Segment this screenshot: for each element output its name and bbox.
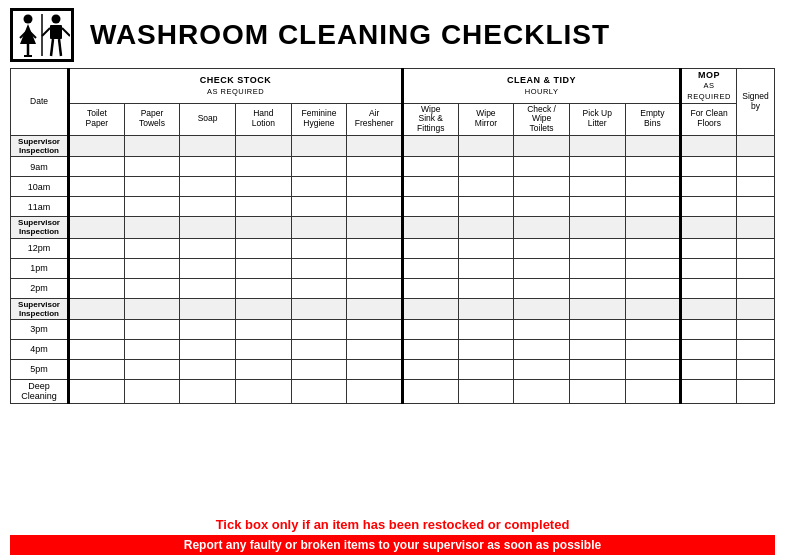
checklist-cell[interactable] [291, 217, 347, 238]
checklist-cell[interactable] [514, 197, 570, 217]
checklist-cell[interactable] [737, 217, 775, 238]
checklist-cell[interactable] [625, 340, 681, 360]
checklist-cell[interactable] [291, 278, 347, 298]
checklist-cell[interactable] [291, 298, 347, 319]
checklist-cell[interactable] [514, 177, 570, 197]
checklist-cell[interactable] [347, 298, 403, 319]
checklist-cell[interactable] [347, 278, 403, 298]
checklist-cell[interactable] [180, 380, 236, 404]
checklist-cell[interactable] [569, 380, 625, 404]
checklist-cell[interactable] [625, 238, 681, 258]
checklist-cell[interactable] [402, 298, 458, 319]
checklist-cell[interactable] [235, 135, 291, 156]
checklist-cell[interactable] [681, 238, 737, 258]
checklist-cell[interactable] [291, 340, 347, 360]
checklist-cell[interactable] [69, 278, 125, 298]
checklist-cell[interactable] [235, 217, 291, 238]
checklist-cell[interactable] [69, 238, 125, 258]
checklist-cell[interactable] [569, 360, 625, 380]
checklist-cell[interactable] [347, 380, 403, 404]
checklist-cell[interactable] [180, 298, 236, 319]
checklist-cell[interactable] [569, 238, 625, 258]
checklist-cell[interactable] [180, 177, 236, 197]
checklist-cell[interactable] [681, 340, 737, 360]
checklist-cell[interactable] [625, 217, 681, 238]
checklist-cell[interactable] [681, 258, 737, 278]
checklist-cell[interactable] [347, 340, 403, 360]
checklist-cell[interactable] [124, 238, 180, 258]
checklist-cell[interactable] [291, 157, 347, 177]
checklist-cell[interactable] [681, 197, 737, 217]
checklist-cell[interactable] [124, 177, 180, 197]
checklist-cell[interactable] [458, 320, 514, 340]
checklist-cell[interactable] [69, 258, 125, 278]
checklist-cell[interactable] [569, 258, 625, 278]
checklist-cell[interactable] [235, 340, 291, 360]
checklist-cell[interactable] [291, 177, 347, 197]
checklist-cell[interactable] [625, 197, 681, 217]
checklist-cell[interactable] [737, 197, 775, 217]
checklist-cell[interactable] [69, 360, 125, 380]
checklist-cell[interactable] [681, 298, 737, 319]
checklist-cell[interactable] [124, 258, 180, 278]
checklist-cell[interactable] [681, 217, 737, 238]
checklist-cell[interactable] [347, 320, 403, 340]
checklist-cell[interactable] [69, 197, 125, 217]
checklist-cell[interactable] [402, 135, 458, 156]
checklist-cell[interactable] [347, 157, 403, 177]
checklist-cell[interactable] [347, 217, 403, 238]
checklist-cell[interactable] [347, 238, 403, 258]
checklist-cell[interactable] [69, 380, 125, 404]
checklist-cell[interactable] [625, 258, 681, 278]
checklist-cell[interactable] [291, 258, 347, 278]
checklist-cell[interactable] [235, 360, 291, 380]
checklist-cell[interactable] [69, 340, 125, 360]
checklist-cell[interactable] [69, 157, 125, 177]
checklist-cell[interactable] [402, 157, 458, 177]
checklist-cell[interactable] [458, 278, 514, 298]
checklist-cell[interactable] [625, 157, 681, 177]
checklist-cell[interactable] [458, 197, 514, 217]
checklist-cell[interactable] [291, 238, 347, 258]
checklist-cell[interactable] [124, 298, 180, 319]
checklist-cell[interactable] [514, 258, 570, 278]
checklist-cell[interactable] [124, 320, 180, 340]
checklist-cell[interactable] [402, 278, 458, 298]
checklist-cell[interactable] [458, 340, 514, 360]
checklist-cell[interactable] [569, 135, 625, 156]
checklist-cell[interactable] [625, 360, 681, 380]
checklist-cell[interactable] [737, 157, 775, 177]
checklist-cell[interactable] [458, 258, 514, 278]
checklist-cell[interactable] [625, 135, 681, 156]
checklist-cell[interactable] [514, 238, 570, 258]
checklist-cell[interactable] [347, 177, 403, 197]
checklist-cell[interactable] [514, 135, 570, 156]
checklist-cell[interactable] [235, 258, 291, 278]
checklist-cell[interactable] [124, 197, 180, 217]
checklist-cell[interactable] [291, 360, 347, 380]
checklist-cell[interactable] [180, 360, 236, 380]
checklist-cell[interactable] [124, 217, 180, 238]
checklist-cell[interactable] [737, 360, 775, 380]
checklist-cell[interactable] [625, 320, 681, 340]
checklist-cell[interactable] [347, 258, 403, 278]
checklist-cell[interactable] [737, 380, 775, 404]
checklist-cell[interactable] [681, 177, 737, 197]
checklist-cell[interactable] [180, 135, 236, 156]
checklist-cell[interactable] [402, 258, 458, 278]
checklist-cell[interactable] [124, 380, 180, 404]
checklist-cell[interactable] [402, 217, 458, 238]
checklist-cell[interactable] [569, 197, 625, 217]
checklist-cell[interactable] [737, 298, 775, 319]
checklist-cell[interactable] [124, 157, 180, 177]
checklist-cell[interactable] [69, 320, 125, 340]
checklist-cell[interactable] [569, 157, 625, 177]
checklist-cell[interactable] [69, 217, 125, 238]
checklist-cell[interactable] [569, 217, 625, 238]
checklist-cell[interactable] [458, 380, 514, 404]
checklist-cell[interactable] [402, 197, 458, 217]
checklist-cell[interactable] [514, 320, 570, 340]
checklist-cell[interactable] [625, 177, 681, 197]
checklist-cell[interactable] [458, 360, 514, 380]
checklist-cell[interactable] [402, 380, 458, 404]
